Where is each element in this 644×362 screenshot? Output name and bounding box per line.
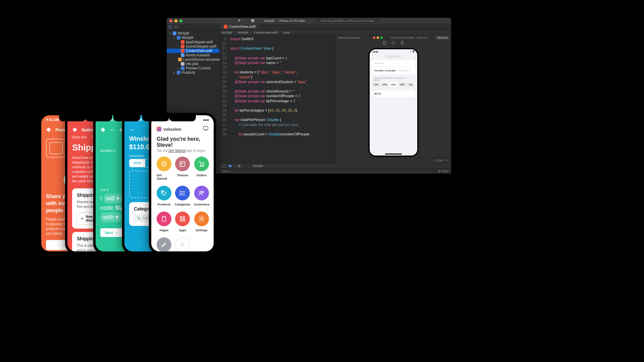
- auto-filter[interactable]: Auto ⌄: [222, 170, 232, 173]
- preview-toolbar: [336, 40, 451, 46]
- app-pages[interactable]: Pages: [157, 212, 171, 232]
- pin-preview-icon[interactable]: [383, 41, 387, 45]
- svg-point-23: [200, 191, 202, 193]
- app-site-builder[interactable]: Site Builder: [157, 237, 171, 251]
- svg-point-2: [175, 25, 178, 28]
- run-button[interactable]: [238, 19, 241, 23]
- zoom-in-icon[interactable]: ＋: [445, 158, 448, 163]
- tip-segment-25%[interactable]: 25%: [398, 82, 407, 87]
- dropdown-will[interactable]: will ▾: [104, 194, 122, 203]
- pencil-icon: [157, 237, 171, 251]
- jumpbar-segment[interactable]: body: [283, 31, 290, 34]
- svg-point-21: [180, 193, 181, 193]
- preview-banner: Automatic preview updating paused: [338, 36, 365, 39]
- nav-item-wesplit[interactable]: ▾WeSplit: [167, 36, 219, 40]
- logo-mark-icon: [157, 127, 161, 131]
- app-get-started[interactable]: Get Started: [157, 157, 171, 180]
- device-settings-icon[interactable]: [400, 41, 404, 45]
- tip-segment-10%[interactable]: 10%: [372, 82, 380, 87]
- nav-item-assets-xcassets[interactable]: Assets.xcassets: [167, 53, 219, 57]
- app-products[interactable]: Products: [157, 186, 171, 206]
- app-add-an-app[interactable]: Add an App: [175, 237, 191, 251]
- form-section-1: Amount Number of people 4 people 〉: [372, 60, 415, 74]
- app-settings[interactable]: Settings: [194, 212, 210, 232]
- source-code[interactable]: import SwiftUI struct ContentView: View …: [229, 35, 335, 163]
- app-customers[interactable]: Customers: [194, 186, 210, 206]
- app-label: Pages: [160, 229, 169, 232]
- live-preview-icon[interactable]: [391, 41, 395, 45]
- next-button[interactable]: Next →: [100, 228, 123, 237]
- zoom-window-button[interactable]: [179, 19, 182, 22]
- line-gutter: 9 10 11 12 13 14 15 16 17 18 19 20 21 22…: [220, 35, 229, 163]
- back-button[interactable]: ←: [129, 126, 135, 133]
- folder-nav-icon: [169, 25, 172, 28]
- nav-item-appdelegate-swift[interactable]: AppDelegate.swift: [167, 40, 219, 44]
- editor-tab-label: ContentView.swift: [229, 25, 256, 28]
- tip-segment-15%[interactable]: 15%: [380, 82, 389, 87]
- swift-file-icon: [224, 25, 227, 28]
- source-editor[interactable]: 9 10 11 12 13 14 15 16 17 18 19 20 21 22…: [220, 35, 335, 163]
- nav-item-info-plist[interactable]: Info.plist: [167, 62, 219, 66]
- svg-rect-5: [222, 164, 226, 168]
- tip-segment-0%[interactable]: 0%: [407, 82, 415, 87]
- nav-item-wesplit[interactable]: ▾WeSplit: [167, 31, 219, 36]
- arrow-right-icon: →: [115, 231, 119, 235]
- app-label: Apps: [179, 229, 186, 232]
- nav-item-scenedelegate-swift[interactable]: SceneDelegate.swift: [167, 44, 219, 49]
- app-label: Themes: [177, 174, 188, 177]
- jumpbar-segment[interactable]: ContentView.swift: [254, 31, 278, 34]
- filter-field[interactable]: ⊕ Filter: [438, 170, 448, 173]
- pause-icon[interactable]: [238, 165, 240, 167]
- amount-field[interactable]: Amount: [372, 60, 415, 67]
- result-section: $0.00: [372, 90, 415, 97]
- scheme-selector[interactable]: WeSplit 〉 iPhone 11 Pro Max: [264, 19, 305, 23]
- svg-rect-6: [238, 165, 239, 167]
- svg-point-29: [201, 218, 203, 220]
- navigator-selector[interactable]: [167, 24, 220, 29]
- svg-rect-7: [239, 165, 240, 167]
- back-button[interactable]: ←: [110, 126, 116, 133]
- nav-item-preview-content[interactable]: ▸Preview Content: [167, 66, 219, 70]
- jumpbar-segment[interactable]: WeSplit: [222, 31, 232, 34]
- dropdown-with[interactable]: with ▾: [100, 213, 121, 222]
- svg-rect-27: [180, 220, 182, 221]
- file-icon: [157, 212, 171, 226]
- preview-nav-title: First Demo: [370, 54, 417, 60]
- jump-bar[interactable]: WeSplit〉WeSplit〉ContentView.swift〉body: [220, 30, 451, 35]
- minimize-window-button[interactable]: [174, 19, 177, 22]
- sub-instruction: Tap the Get Started app to begin.: [151, 149, 214, 157]
- svg-point-22: [180, 194, 181, 195]
- stop-button[interactable]: [251, 19, 254, 23]
- svg-rect-11: [180, 162, 185, 167]
- zoom-level[interactable]: 100%: [436, 159, 443, 162]
- resume-button[interactable]: Resume: [436, 36, 449, 40]
- nav-item-contentview-swift[interactable]: ContentView.swift: [167, 49, 219, 53]
- hide-debug-icon[interactable]: [222, 164, 226, 168]
- zoom-out-icon[interactable]: −: [432, 159, 434, 162]
- plus-icon: ＋: [80, 216, 84, 221]
- svg-rect-3: [383, 42, 386, 44]
- svg-rect-1: [169, 25, 172, 28]
- debug-target-label: WeSplit: [253, 164, 263, 168]
- tip-segment-control[interactable]: 10%15%20%25%0%: [372, 82, 415, 87]
- tip-segment-20%[interactable]: 20%: [389, 82, 398, 87]
- close-window-button[interactable]: [169, 19, 172, 22]
- breakpoint-icon[interactable]: [228, 164, 232, 168]
- svg-point-15: [203, 166, 204, 167]
- jumpbar-segment[interactable]: WeSplit: [238, 31, 248, 34]
- tab-store-info[interactable]: Store Info: [72, 135, 87, 139]
- simulator-traffic-lights: [373, 37, 383, 39]
- people-picker[interactable]: Number of people 4 people 〉: [372, 67, 415, 74]
- app-themes[interactable]: Themes: [175, 157, 191, 180]
- app-orders[interactable]: Orders: [194, 157, 210, 180]
- app-apps[interactable]: Apps: [175, 212, 191, 232]
- scheme-project: WeSplit: [264, 19, 275, 22]
- svg-rect-26: [183, 217, 185, 218]
- svg-rect-9: [203, 126, 208, 130]
- cast-icon[interactable]: [203, 126, 208, 132]
- nav-item-products[interactable]: ▸Products: [167, 70, 219, 75]
- nav-item-launchscreen-storyboard[interactable]: LaunchScreen.storyboard: [167, 57, 219, 62]
- app-categories[interactable]: Categories: [175, 186, 191, 206]
- preview-time: 10:51: [372, 51, 378, 53]
- editor-tab[interactable]: ContentView.swift: [220, 24, 260, 29]
